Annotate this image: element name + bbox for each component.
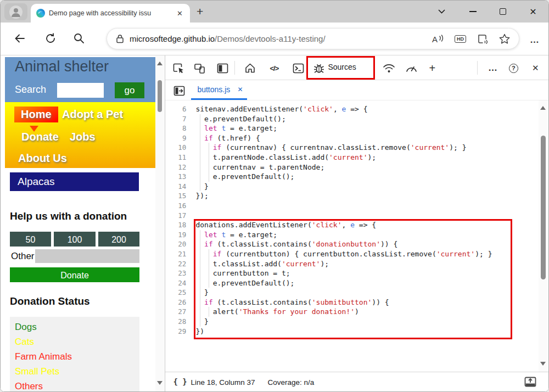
browser-toolbar: microsoftedge.github.io/Demos/devtools-a… <box>1 23 548 55</box>
immersive-reader-icon[interactable] <box>477 34 489 44</box>
devtools-close-icon[interactable]: ✕ <box>529 61 542 75</box>
dock-side-icon[interactable] <box>216 61 229 75</box>
donation-amount-200-button[interactable]: 200 <box>98 232 139 247</box>
url-domain: microsoftedge.github.io <box>130 34 215 43</box>
line-number: 27 <box>165 307 186 317</box>
maximize-button[interactable] <box>494 4 512 19</box>
line-number: 28 <box>165 317 186 327</box>
line-content: if (currentnav) { currentnav.classList.r… <box>195 143 466 153</box>
read-aloud-icon[interactable]: A <box>431 33 444 44</box>
line-number: 21 <box>165 249 186 259</box>
line-content: let t = e.target; <box>195 124 277 133</box>
indent-guide <box>200 182 200 192</box>
code-line: 8 let t = e.target; <box>165 124 548 133</box>
more-tools-plus-icon[interactable]: + <box>425 61 439 75</box>
nav-item-donate[interactable]: Donate <box>21 131 59 143</box>
scroll-down-icon[interactable] <box>157 381 163 388</box>
open-drawer-icon[interactable] <box>524 377 536 387</box>
network-wifi-icon[interactable] <box>382 61 395 75</box>
nav-item-home[interactable]: Home <box>14 107 58 122</box>
profile-button[interactable] <box>4 3 27 20</box>
maximize-icon <box>500 8 506 15</box>
back-button[interactable] <box>14 32 27 46</box>
line-number: 25 <box>165 288 186 298</box>
devtools-more-menu[interactable]: … <box>486 61 499 75</box>
code-line: 14 } <box>165 182 548 192</box>
page-title: Animal shelter <box>15 58 109 75</box>
url-path: /Demos/devtools-a11y-testing/ <box>215 34 325 43</box>
donation-amount-100-button[interactable]: 100 <box>54 232 96 247</box>
console-panel-icon[interactable] <box>292 61 305 75</box>
help-icon[interactable]: ? <box>507 61 520 75</box>
toolbar-divider <box>477 61 478 75</box>
device-emulation-icon[interactable] <box>193 61 206 75</box>
hd-badge-icon[interactable]: HD <box>455 35 466 43</box>
search-input[interactable] <box>57 83 104 98</box>
line-number: 12 <box>165 163 186 172</box>
line-content: if (t.href) { <box>195 133 260 143</box>
donation-heading: Help us with a donation <box>10 210 127 222</box>
url-text[interactable]: microsoftedge.github.io/Demos/devtools-a… <box>130 34 326 43</box>
code-line: 6sitenav.addEventListener('click', e => … <box>165 104 548 114</box>
scroll-up-icon[interactable] <box>157 59 163 65</box>
welcome-home-icon[interactable] <box>243 61 256 75</box>
favorite-star-icon[interactable] <box>499 33 510 44</box>
edge-favicon-icon <box>36 9 45 18</box>
line-content: e.preventDefault(); <box>195 172 294 182</box>
code-line: 13 e.preventDefault(); <box>165 172 548 182</box>
indent-guide <box>209 172 209 182</box>
code-line: 16 <box>165 201 548 211</box>
scroll-down-icon[interactable] <box>540 362 546 368</box>
list-item: Farm Animals <box>15 349 139 364</box>
line-number: 9 <box>165 133 186 143</box>
inspect-element-icon[interactable] <box>172 61 185 75</box>
elements-panel-icon[interactable]: </> <box>267 61 281 75</box>
window-close-button[interactable]: ✕ <box>524 4 542 19</box>
line-number: 29 <box>165 327 186 337</box>
browser-more-menu[interactable]: … <box>530 35 540 46</box>
pretty-print-icon[interactable]: { } <box>173 377 187 386</box>
alpacas-banner[interactable]: Alpacas <box>10 172 139 191</box>
scroll-up-icon[interactable] <box>540 103 546 110</box>
line-number: 24 <box>165 278 186 288</box>
code-scrollbar-thumb[interactable] <box>541 136 546 279</box>
minimize-button[interactable] <box>463 4 482 19</box>
performance-gauge-icon[interactable] <box>405 61 418 75</box>
site-nav: Home Adopt a Pet Donate Jobs About Us <box>5 102 155 168</box>
line-number: 22 <box>165 259 186 269</box>
page-scrollbar-thumb[interactable] <box>158 80 162 112</box>
editor-tab-strip: buttons.js ✕ <box>165 80 548 100</box>
minimize-icon <box>469 11 477 12</box>
title-bar: Demo page with accessibility issu ✕ + ✕ <box>1 1 548 23</box>
file-tab-close-icon[interactable]: ✕ <box>237 86 243 93</box>
search-label: Search <box>15 84 46 96</box>
lock-icon[interactable] <box>116 34 124 43</box>
new-tab-button[interactable]: + <box>197 4 203 19</box>
code-line: 7 e.preventDefault(); <box>165 114 548 124</box>
code-scrollbar[interactable] <box>539 100 547 372</box>
tab-close-icon[interactable]: ✕ <box>175 9 184 18</box>
nav-item-about-us[interactable]: About Us <box>18 152 67 165</box>
file-tab-buttons-js[interactable]: buttons.js <box>197 85 230 94</box>
devtools-panel: </> Sources + … ? <box>165 55 548 392</box>
donation-amount-50-button[interactable]: 50 <box>10 232 51 247</box>
indent-guide <box>200 172 200 182</box>
nav-item-jobs[interactable]: Jobs <box>70 131 96 143</box>
refresh-button[interactable] <box>44 32 58 46</box>
line-number: 6 <box>165 104 186 114</box>
address-bar[interactable]: microsoftedge.github.io/Demos/devtools-a… <box>107 28 519 49</box>
code-line: 9 if (t.href) { <box>165 133 548 143</box>
go-button[interactable]: go <box>115 82 144 98</box>
nav-item-adopt-a-pet[interactable]: Adopt a Pet <box>62 108 123 121</box>
page-scrollbar[interactable] <box>155 55 164 392</box>
animal-shelter-page: Animal shelter Search go Home Adopt a Pe… <box>1 55 165 392</box>
code-line: 15}); <box>165 191 548 201</box>
donate-button[interactable]: Donate <box>10 267 139 282</box>
navigator-toggle-icon[interactable] <box>172 84 186 97</box>
browser-tab[interactable]: Demo page with accessibility issu ✕ <box>31 4 190 23</box>
code-editor[interactable]: 6sitenav.addEventListener('click', e => … <box>165 100 548 372</box>
other-amount-input[interactable] <box>35 249 139 263</box>
search-icon[interactable] <box>73 32 86 46</box>
sources-highlight-box <box>306 56 375 80</box>
tab-list-chevron-icon[interactable] <box>432 4 451 19</box>
